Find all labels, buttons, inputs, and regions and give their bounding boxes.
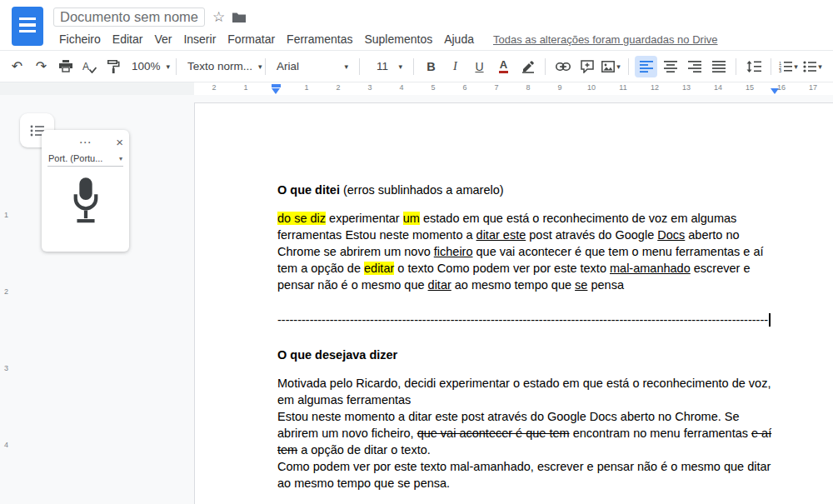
first-line-indent-marker[interactable] <box>272 84 281 87</box>
paint-format-button[interactable] <box>102 56 125 77</box>
chevron-down-icon: ▾ <box>167 62 171 71</box>
align-justify-button[interactable] <box>707 56 730 77</box>
text-cursor <box>769 313 771 327</box>
paragraph: Como podem ver por este texto mal-amanha… <box>277 458 777 492</box>
left-indent-marker[interactable] <box>272 88 280 94</box>
highlight-color-button[interactable] <box>516 56 539 77</box>
voice-panel-header: ⋯ × <box>47 134 123 150</box>
comment-icon <box>581 60 594 73</box>
menubar: Ficheiro Editar Ver Inserir Formatar Fer… <box>53 31 820 47</box>
ruler-number: 2 <box>4 287 8 296</box>
menu-formatar[interactable]: Formatar <box>222 31 281 47</box>
horizontal-ruler[interactable]: 123456789101112131415161721 <box>0 82 833 95</box>
numbered-list-icon: 123 <box>779 61 792 72</box>
spellcheck-button[interactable]: A <box>78 56 101 77</box>
ruler-number: 9 <box>557 83 561 92</box>
chevron-down-icon: ▾ <box>794 62 798 71</box>
ruler-number: 2 <box>212 83 216 92</box>
close-icon[interactable]: × <box>116 134 123 150</box>
align-right-button[interactable] <box>683 56 706 77</box>
text-segment: O que desejava dizer <box>277 348 397 362</box>
ruler-number: 10 <box>587 83 596 92</box>
italic-button[interactable]: I <box>444 56 466 77</box>
toolbar-separator <box>413 58 414 75</box>
font-size-value: 11 <box>377 60 388 72</box>
zoom-value: 100% <box>132 60 161 72</box>
document-page[interactable]: O que ditei (erros sublinhados a amarelo… <box>194 102 833 504</box>
chevron-down-icon: ▾ <box>616 62 621 71</box>
menu-ajuda[interactable]: Ajuda <box>438 31 480 47</box>
text-segment: que vai acontecer é que tem <box>417 427 570 440</box>
zoom-select[interactable]: 100% ▾ <box>126 56 171 77</box>
toolbar: ↶ ↷ A 100% ▾ Texto norm... ▾ Arial ▾ 11 … <box>0 50 833 82</box>
text-segment: Docs <box>657 228 685 242</box>
docs-logo[interactable] <box>12 7 43 46</box>
insert-image-button[interactable]: ▾ <box>600 56 622 77</box>
ruler-number: 14 <box>714 83 722 92</box>
ruler-number: 2 <box>336 83 340 92</box>
ruler-number: 1 <box>304 83 308 92</box>
toolbar-separator <box>359 58 360 75</box>
chevron-down-icon: ▾ <box>818 62 822 71</box>
paragraph: Motivada pelo Ricardo, decidi experiment… <box>277 375 777 408</box>
bold-button[interactable]: B <box>420 56 442 77</box>
titlebar: Documento sem nome ☆ Ficheiro Editar Ver… <box>0 0 833 50</box>
text-segment: editar <box>364 262 394 275</box>
menu-ferramentas[interactable]: Ferramentas <box>281 31 358 47</box>
menu-ver[interactable]: Ver <box>148 31 177 47</box>
align-left-button[interactable] <box>635 56 657 77</box>
bold-icon: B <box>426 60 435 73</box>
ruler-number: 5 <box>431 83 435 92</box>
menu-suplementos[interactable]: Suplementos <box>358 31 438 47</box>
font-select[interactable]: Arial ▾ <box>271 56 354 77</box>
title-column: Documento sem nome ☆ Ficheiro Editar Ver… <box>53 6 820 47</box>
toolbar-separator <box>545 58 546 75</box>
undo-button[interactable]: ↶ <box>6 56 28 77</box>
language-selector[interactable]: Port. (Portu... ▾ <box>47 152 123 167</box>
ruler-number: 6 <box>462 83 466 92</box>
ruler-number: 11 <box>619 83 626 92</box>
text-segment: Como podem ver por este texto mal-amanha… <box>277 460 771 490</box>
font-size-select[interactable]: 11 ▾ <box>365 56 408 77</box>
print-button[interactable] <box>54 56 77 77</box>
text-color-button[interactable]: A <box>492 56 515 77</box>
title-row: Documento sem nome ☆ <box>53 6 820 27</box>
chevron-down-icon: ▾ <box>258 62 262 71</box>
document-content[interactable]: O que ditei (erros sublinhados a amarelo… <box>195 103 777 492</box>
language-label: Port. (Portu... <box>48 153 102 163</box>
doc-title-input[interactable]: Documento sem nome <box>53 7 205 27</box>
chevron-down-icon: ▾ <box>398 62 402 71</box>
underline-button[interactable]: U <box>468 56 491 77</box>
mic-button[interactable] <box>47 176 123 226</box>
text-segment: (erros sublinhados a amarelo) <box>340 183 504 197</box>
redo-button[interactable]: ↷ <box>30 56 52 77</box>
numbered-list-button[interactable]: 123 ▾ <box>777 56 800 77</box>
insert-link-button[interactable] <box>551 56 574 77</box>
save-status-link[interactable]: Todas as alterações foram guardadas no D… <box>493 33 718 46</box>
align-left-icon <box>640 61 653 72</box>
ruler-number: 13 <box>682 83 691 92</box>
ruler-number: 3 <box>4 364 8 372</box>
link-icon <box>556 62 571 71</box>
menu-ficheiro[interactable]: Ficheiro <box>53 31 107 47</box>
paragraph-style-select[interactable]: Texto norm... ▾ <box>182 56 260 77</box>
more-options-button[interactable]: ⋯ <box>79 136 92 148</box>
toolbar-separator <box>736 58 736 75</box>
menu-editar[interactable]: Editar <box>107 31 149 47</box>
ruler-number: 7 <box>494 83 498 92</box>
ruler-number: 16 <box>777 83 786 92</box>
star-icon[interactable]: ☆ <box>212 10 225 24</box>
heading: O que ditei (erros sublinhados a amarelo… <box>277 182 777 198</box>
line-spacing-button[interactable] <box>742 56 765 77</box>
align-center-button[interactable] <box>659 56 681 77</box>
folder-icon[interactable] <box>232 12 246 22</box>
text-segment: se <box>575 278 587 292</box>
svg-text:A: A <box>82 61 89 72</box>
text-segment: pensa <box>587 278 624 292</box>
menu-inserir[interactable]: Inserir <box>177 31 222 47</box>
insert-comment-button[interactable] <box>576 56 598 77</box>
vertical-ruler[interactable]: 1234 <box>0 95 13 504</box>
voice-typing-panel: ⋯ × Port. (Portu... ▾ <box>42 130 129 252</box>
paragraph-style-value: Texto norm... <box>187 60 252 72</box>
bulleted-list-button[interactable]: ▾ <box>801 56 824 77</box>
